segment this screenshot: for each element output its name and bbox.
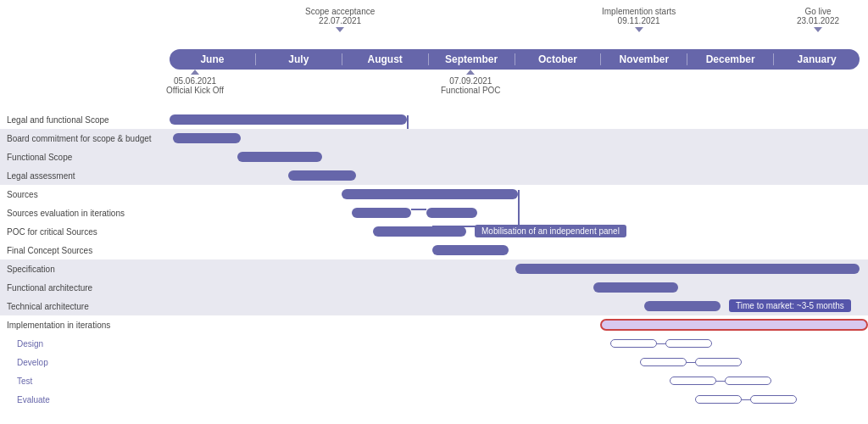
label-implementation: Implementation in iterations: [0, 321, 170, 330]
label-develop: Develop: [0, 358, 170, 367]
row-develop: Develop: [0, 353, 868, 371]
label-technical-arch: Technical architecture: [0, 302, 170, 311]
month-july: July: [256, 53, 342, 65]
label-poc-critical: POC for critical Sources: [0, 227, 170, 237]
row-design: Design: [0, 334, 868, 353]
label-functional-arch: Functional architecture: [0, 283, 170, 293]
row-sources-eval: Sources evaluation in iterations: [0, 204, 868, 222]
chart-test: [170, 371, 868, 390]
tooltip-time-to-market: Time to market: ~3-5 months: [729, 299, 851, 312]
gantt-rows: Legal and functional Scope Board commitm…: [0, 110, 868, 424]
bar-implementation: [600, 319, 868, 331]
bar-technical-arch: [644, 301, 721, 311]
label-board-commitment: Board commitment for scope & budget: [0, 134, 170, 143]
row-legal-assessment: Legal assessment: [0, 166, 868, 185]
connector-evaluate: [742, 399, 750, 400]
row-final-concept: Final Concept Sources: [0, 241, 868, 259]
bar-develop-2: [695, 358, 742, 366]
milestone-implementation-starts: Implemention starts 09.11.2021: [602, 7, 676, 32]
label-test: Test: [0, 377, 170, 386]
chart-functional-scope: [170, 148, 868, 166]
chart-implementation: [170, 315, 868, 334]
month-october: October: [515, 53, 602, 65]
chart-specification: [170, 259, 868, 278]
bar-sources-eval-2: [426, 208, 477, 218]
tooltip-mobilisation: Mobilisation of an independent panel: [475, 225, 626, 237]
row-evaluate: Evaluate: [0, 390, 868, 409]
functional-poc-date: 07.09.2021: [441, 76, 501, 86]
row-poc-critical: POC for critical Sources Mobilisation of…: [0, 222, 868, 241]
chart-sources-eval: [170, 204, 868, 222]
month-august: August: [342, 53, 429, 65]
timeline-area: Scope acceptance 22.07.2021 Implemention…: [0, 0, 868, 110]
row-functional-scope: Functional Scope: [0, 148, 868, 166]
chart-board-commitment: [170, 129, 868, 148]
bar-board-commitment: [173, 133, 241, 143]
row-implementation: Implementation in iterations: [0, 315, 868, 334]
chart-technical-arch: Time to market: ~3-5 months: [170, 297, 868, 315]
bar-final-concept: [432, 245, 509, 255]
implementation-starts-arrow: [635, 27, 643, 32]
milestone-go-live: Go live 23.01.2022: [797, 7, 839, 32]
bar-legal-assessment: [288, 170, 356, 181]
label-design: Design: [0, 339, 170, 349]
gantt-container: Scope acceptance 22.07.2021 Implemention…: [0, 0, 868, 424]
chart-evaluate: [170, 390, 868, 409]
month-june: June: [170, 53, 256, 65]
bar-functional-arch: [593, 282, 678, 293]
chart-final-concept: [170, 241, 868, 259]
bar-poc-critical: [373, 226, 466, 237]
bar-evaluate-1: [695, 395, 742, 404]
functional-poc-arrow-up: [466, 70, 475, 75]
connector-eval: [411, 209, 426, 210]
row-functional-arch: Functional architecture: [0, 278, 868, 297]
label-functional-scope: Functional Scope: [0, 153, 170, 162]
milestone-kick-off: 05.06.2021 Official Kick Off: [166, 70, 224, 95]
chart-legal-assessment: [170, 166, 868, 185]
label-sources-eval: Sources evaluation in iterations: [0, 209, 170, 218]
label-sources: Sources: [0, 190, 170, 199]
milestone-scope-acceptance: Scope acceptance 22.07.2021: [305, 7, 375, 32]
connector-develop: [687, 362, 695, 363]
month-january: January: [774, 53, 860, 65]
kick-off-arrow-up: [191, 70, 199, 75]
milestone-functional-poc: 07.09.2021 Functional POC: [441, 70, 501, 95]
row-sources: Sources: [0, 185, 868, 204]
month-december: December: [687, 53, 774, 65]
connector-test: [716, 381, 725, 382]
bar-functional-scope: [237, 152, 322, 162]
functional-poc-label: Functional POC: [441, 86, 501, 95]
bar-specification: [515, 264, 860, 274]
bar-legal-scope-main: [170, 114, 407, 125]
bar-evaluate-2: [750, 395, 797, 404]
label-legal-assessment: Legal assessment: [0, 171, 170, 181]
chart-sources: [170, 185, 868, 204]
month-november: November: [601, 53, 687, 65]
scope-acceptance-arrow: [336, 27, 344, 32]
bar-test-2: [725, 377, 771, 385]
label-legal-functional-scope: Legal and functional Scope: [0, 115, 170, 125]
kick-off-label: Official Kick Off: [166, 86, 224, 95]
connector-design: [657, 343, 665, 344]
label-specification: Specification: [0, 265, 170, 274]
timeline-bar: June July August September October Novem…: [170, 49, 860, 70]
bar-develop-1: [640, 358, 687, 366]
label-evaluate: Evaluate: [0, 395, 170, 404]
go-live-arrow: [814, 27, 822, 32]
row-specification: Specification: [0, 259, 868, 278]
label-final-concept: Final Concept Sources: [0, 246, 170, 255]
row-legal-functional-scope: Legal and functional Scope: [0, 110, 868, 129]
chart-poc-critical: Mobilisation of an independent panel: [170, 222, 868, 241]
chart-functional-arch: [170, 278, 868, 297]
bar-sources-eval-1: [352, 208, 411, 218]
bar-sources-main: [342, 189, 518, 199]
chart-develop: [170, 353, 868, 371]
bar-test-1: [670, 377, 716, 385]
bar-design-1: [610, 339, 657, 348]
month-september: September: [429, 53, 515, 65]
row-technical-arch: Technical architecture Time to market: ~…: [0, 297, 868, 315]
chart-legal-functional-scope: [170, 110, 868, 129]
bar-design-2: [665, 339, 712, 348]
chart-design: [170, 334, 868, 353]
row-test: Test: [0, 371, 868, 390]
